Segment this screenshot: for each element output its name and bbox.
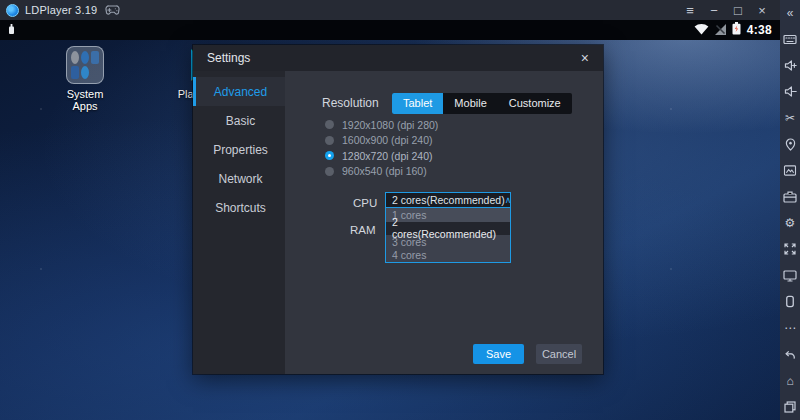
emulator-toolbar: « ✂ ⚙ ⋯ ⌂	[780, 0, 800, 420]
ldplayer-window: LDPlayer 3.19 ≡ − □ × « ✂ ⚙ ⋯ ⌂	[0, 0, 800, 420]
settings-dialog: Settings × Advanced Basic Properties Net…	[193, 45, 603, 374]
usb-notification-icon	[8, 21, 15, 39]
resolution-option-label: 960x540 (dpi 160)	[342, 165, 427, 177]
cpu-dropdown: 2 cores(Recommended) ∧ 1 cores 2 cores(R…	[385, 192, 511, 263]
mini-browser-icon	[81, 51, 89, 64]
radio-selected-icon	[325, 151, 334, 160]
mini-downloads-icon	[81, 66, 89, 79]
status-time: 4:38	[747, 23, 772, 37]
resolution-option-label: 1600x900 (dpi 240)	[342, 134, 433, 146]
settings-close-icon[interactable]: ×	[581, 51, 589, 65]
nav-item-shortcuts[interactable]: Shortcuts	[193, 193, 285, 222]
resolution-option-1920x1080[interactable]: 1920x1080 (dpi 280)	[325, 117, 438, 133]
screenshot-icon[interactable]	[780, 162, 800, 180]
mini-contacts-icon	[71, 66, 79, 79]
tab-tablet[interactable]: Tablet	[392, 93, 443, 114]
gamepad-icon[interactable]	[105, 5, 120, 15]
battery-icon	[732, 21, 741, 39]
maximize-button[interactable]: □	[726, 0, 750, 20]
resolution-option-960x540[interactable]: 960x540 (dpi 160)	[325, 164, 438, 180]
android-statusbar: 4:38	[0, 20, 780, 40]
cpu-label: CPU	[353, 197, 377, 209]
recent-tasks-icon[interactable]	[780, 398, 800, 416]
system-apps-label: System Apps	[54, 88, 116, 112]
shake-rotate-icon[interactable]	[780, 293, 800, 311]
resolution-option-1280x720[interactable]: 1280x720 (dpi 240)	[325, 148, 438, 164]
ldplayer-logo-icon	[6, 4, 19, 17]
radio-unselected-icon	[325, 120, 334, 129]
nav-item-advanced[interactable]: Advanced	[193, 77, 285, 106]
settings-content: Resolution Tablet Mobile Customize 1920x…	[285, 71, 603, 374]
statusbar-indicators: 4:38	[694, 21, 772, 39]
settings-dialog-titlebar: Settings ×	[193, 45, 603, 71]
chevron-up-icon: ∧	[505, 196, 512, 205]
tab-mobile[interactable]: Mobile	[443, 93, 497, 114]
close-button[interactable]: ×	[750, 0, 774, 20]
mini-gear-icon	[71, 51, 79, 64]
radio-unselected-icon	[325, 167, 334, 176]
keyboard-icon[interactable]	[780, 30, 800, 48]
cpu-dropdown-value: 2 cores(Recommended)	[392, 194, 505, 206]
cpu-option-2-cores[interactable]: 2 cores(Recommended)	[386, 222, 510, 236]
home-icon[interactable]: ⌂	[780, 372, 800, 390]
cpu-option-4-cores[interactable]: 4 cores	[386, 249, 510, 263]
nav-item-basic[interactable]: Basic	[193, 106, 285, 135]
virtual-location-icon[interactable]	[780, 135, 800, 153]
resolution-tabs: Tablet Mobile Customize	[392, 93, 572, 114]
minimize-button[interactable]: −	[702, 0, 726, 20]
settings-gear-icon[interactable]: ⚙	[780, 214, 800, 232]
apk-install-icon[interactable]	[780, 188, 800, 206]
collapse-toolbar-icon[interactable]: «	[780, 4, 800, 22]
window-titlebar: LDPlayer 3.19 ≡ − □ ×	[0, 0, 780, 20]
screenshot-cut-icon[interactable]: ✂	[780, 109, 800, 127]
radio-unselected-icon	[325, 136, 334, 145]
settings-dialog-body: Advanced Basic Properties Network Shortc…	[193, 71, 603, 374]
resolution-option-label: 1280x720 (dpi 240)	[342, 150, 433, 162]
resolution-option-label: 1920x1080 (dpi 280)	[342, 119, 438, 131]
fullscreen-icon[interactable]	[780, 240, 800, 258]
resolution-label: Resolution	[322, 96, 379, 110]
cpu-dropdown-header[interactable]: 2 cores(Recommended) ∧	[385, 192, 511, 208]
more-options-icon[interactable]: ⋯	[780, 319, 800, 337]
resolution-option-1600x900[interactable]: 1600x900 (dpi 240)	[325, 133, 438, 149]
settings-nav: Advanced Basic Properties Network Shortc…	[193, 71, 285, 374]
save-button[interactable]: Save	[473, 344, 524, 364]
cpu-dropdown-list: 1 cores 2 cores(Recommended) 3 cores 4 c…	[385, 208, 511, 263]
window-title: LDPlayer 3.19	[25, 4, 97, 16]
tab-customize[interactable]: Customize	[498, 93, 572, 114]
system-apps-shortcut[interactable]: System Apps	[54, 46, 116, 112]
volume-down-icon[interactable]	[780, 83, 800, 101]
nav-item-properties[interactable]: Properties	[193, 135, 285, 164]
android-screen: 4:38 System Apps Pl	[0, 20, 780, 420]
wifi-icon	[694, 21, 709, 39]
back-icon[interactable]	[780, 345, 800, 363]
menu-icon[interactable]: ≡	[678, 0, 702, 20]
settings-dialog-title: Settings	[207, 51, 250, 65]
volume-up-icon[interactable]	[780, 57, 800, 75]
cellular-signal-icon	[715, 21, 726, 39]
system-apps-folder-icon	[66, 46, 104, 84]
resolution-options: 1920x1080 (dpi 280) 1600x900 (dpi 240) 1…	[325, 117, 438, 179]
ram-label: RAM	[350, 224, 376, 236]
nav-item-network[interactable]: Network	[193, 164, 285, 193]
mini-files-icon	[91, 51, 99, 64]
desktop-icon[interactable]	[780, 267, 800, 285]
cancel-button[interactable]: Cancel	[536, 344, 582, 364]
